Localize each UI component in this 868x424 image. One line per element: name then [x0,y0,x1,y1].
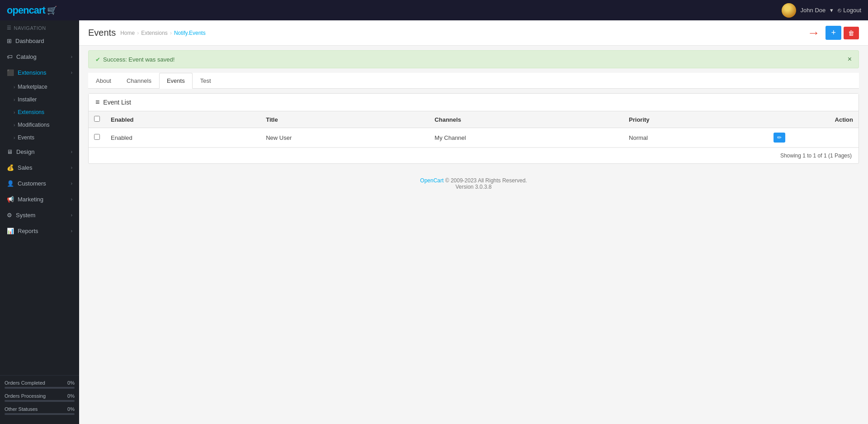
user-name[interactable]: John Doe [801,7,826,14]
nav-item-left: ⊞ Dashboard [7,38,44,44]
alert-close-button[interactable]: × [848,55,852,63]
sidebar-stats: Orders Completed 0% Orders Processing 0% [0,375,79,424]
chevron-right-icon: › [71,213,72,218]
nav-item-left: 📊 Reports [7,228,38,234]
td-title: New User [260,128,429,148]
top-header: opencart 🛒 John Doe ▾ ⎋ Logout [0,0,868,20]
sidebar-item-dashboard[interactable]: ⊞ Dashboard [0,33,79,49]
logo-text: opencart [7,5,45,16]
footer-version: Version 3.0.3.8 [88,184,859,190]
sidebar-item-extensions[interactable]: ⬛ Extensions › [0,65,79,81]
alert-left: ✔ Success: Event was saved! [95,56,175,63]
user-dropdown-icon[interactable]: ▾ [830,7,833,14]
td-action: ✏ [768,128,859,148]
logo-cart-icon: 🛒 [47,5,57,15]
chevron-right-icon: › [71,149,72,154]
sidebar-item-reports[interactable]: 📊 Reports › [0,223,79,239]
footer: OpenCart © 2009-2023 All Rights Reserved… [79,168,868,199]
sidebar-sub-marketplace[interactable]: › Marketplace [0,81,79,93]
nav-item-left: 🏷 Catalog [7,53,37,60]
select-all-checkbox[interactable] [94,116,100,122]
design-icon: 🖥 [7,148,13,155]
sidebar-item-label: Extensions [18,69,47,76]
sidebar-sub-modifications[interactable]: › Modifications [0,119,79,131]
layout: ☰ NAVIGATION ⊞ Dashboard 🏷 Catalog › ⬛ E… [0,20,868,424]
card-header: ≡ Event List [89,94,859,111]
stat-other-statuses: Other Statuses 0% [5,406,75,415]
stat-orders-processing: Orders Processing 0% [5,393,75,402]
reports-icon: 📊 [7,228,14,234]
td-checkbox [89,128,105,148]
sidebar-sub-installer[interactable]: › Installer [0,93,79,106]
sub-label: Marketplace [18,84,47,90]
alert-success: ✔ Success: Event was saved! × [88,50,859,68]
sidebar-sub-extensions[interactable]: › Extensions [0,106,79,119]
nav-item-left: ⚙ System [7,212,35,219]
hamburger-icon: ☰ [7,25,12,31]
chevron-right-icon: › [71,165,72,170]
tab-about[interactable]: About [88,73,119,89]
event-list-card: ≡ Event List Enabled Title Channels Prio… [88,93,859,164]
sidebar-item-label: Catalog [16,53,37,60]
sidebar-item-label: Reports [18,228,38,234]
logout-button[interactable]: ⎋ Logout [838,7,861,14]
breadcrumb-sep: › [170,30,172,36]
bullet-icon: › [14,123,15,128]
th-checkbox [89,111,105,128]
stat-value: 0% [67,406,75,412]
table-body: Enabled New User My Channel Normal ✏ [89,128,859,148]
trash-icon: 🗑 [848,29,854,37]
nav-item-left: 🖥 Design [7,148,34,155]
customers-icon: 👤 [7,180,14,187]
main-content: Events Home › Extensions › Notify.Events… [79,20,868,424]
sidebar-item-sales[interactable]: 💰 Sales › [0,160,79,176]
stat-value: 0% [67,393,75,399]
add-button[interactable]: + [826,26,841,40]
breadcrumb-extensions[interactable]: Extensions [141,30,168,36]
avatar [782,3,796,18]
pencil-icon: ✏ [777,134,782,141]
tab-test[interactable]: Test [193,73,219,89]
th-priority: Priority [623,111,768,128]
sidebar-item-catalog[interactable]: 🏷 Catalog › [0,49,79,65]
stat-label: Other Statuses [5,406,38,412]
sub-label: Modifications [18,122,49,128]
check-circle-icon: ✔ [95,56,100,63]
arrow-indicator-icon: → [807,27,820,39]
sidebar-item-system[interactable]: ⚙ System › [0,207,79,223]
stat-bar [5,413,75,415]
system-icon: ⚙ [7,212,12,219]
chevron-right-icon: › [71,197,72,202]
sidebar-item-marketing[interactable]: 📢 Marketing › [0,191,79,207]
sidebar-item-design[interactable]: 🖥 Design › [0,144,79,160]
logo-area: opencart 🛒 [7,5,57,16]
tab-events[interactable]: Events [159,73,193,89]
th-action: Action [768,111,859,128]
bullet-icon: › [14,110,15,115]
th-title: Title [260,111,429,128]
chevron-right-icon: › [71,181,72,186]
nav-item-left: 📢 Marketing [7,196,43,203]
header-right: John Doe ▾ ⎋ Logout [782,3,861,18]
row-checkbox[interactable] [94,134,100,140]
sidebar-sub-events[interactable]: › Events [0,131,79,144]
sidebar-item-customers[interactable]: 👤 Customers › [0,176,79,191]
stat-bar [5,387,75,389]
sidebar: ☰ NAVIGATION ⊞ Dashboard 🏷 Catalog › ⬛ E… [0,20,79,424]
pagination-info: Showing 1 to 1 of 1 (1 Pages) [89,148,859,163]
breadcrumb-home[interactable]: Home [120,30,135,36]
dashboard-icon: ⊞ [7,38,12,44]
extensions-icon: ⬛ [7,69,14,76]
edit-button[interactable]: ✏ [774,133,785,143]
tabs-container: About Channels Events Test [88,73,859,89]
marketing-icon: 📢 [7,196,14,203]
breadcrumb-sep: › [137,30,139,36]
tab-channels[interactable]: Channels [119,73,159,89]
stat-bar [5,400,75,402]
delete-button[interactable]: 🗑 [844,27,859,39]
nav-item-left: ⬛ Extensions [7,69,47,76]
footer-brand-link[interactable]: OpenCart [420,177,443,184]
stat-orders-completed: Orders Completed 0% [5,380,75,389]
nav-label: ☰ NAVIGATION [0,20,79,33]
bullet-icon: › [14,85,15,90]
